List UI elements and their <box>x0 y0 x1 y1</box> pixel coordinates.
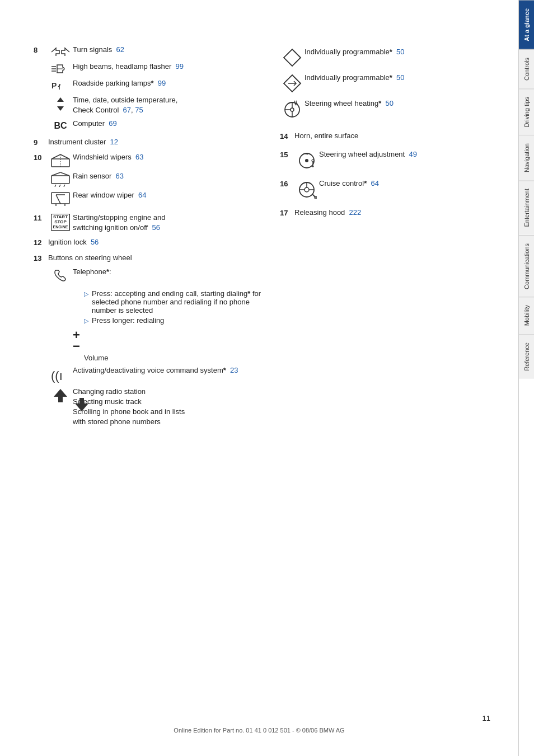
svg-line-18 <box>64 185 65 187</box>
computer-link[interactable]: 69 <box>109 119 116 128</box>
steering-heat-text: Steering wheel heating* 50 <box>305 98 481 109</box>
sidebar-tab-driving-tips[interactable]: Driving tips <box>519 88 534 135</box>
phone-bullet-2: ▷ Press longer: redialing <box>84 316 269 325</box>
section-8: 8 Turn signals 62 <box>34 45 269 133</box>
prog-2-link[interactable]: 50 <box>396 73 404 82</box>
right-column: Individually programmable* 50 <box>269 45 481 417</box>
section-15: 15 Steeri <box>280 149 481 171</box>
sidebar-tab-mobility[interactable]: Mobility <box>519 297 534 334</box>
svg-marker-7 <box>57 97 64 102</box>
releasing-hood-link[interactable]: 222 <box>349 208 362 217</box>
rain-sensor-text: Rain sensor 63 <box>73 171 269 181</box>
wipers-icon <box>48 152 73 168</box>
item-row: Rain sensor 63 <box>34 171 269 187</box>
rain-sensor-link[interactable]: 63 <box>116 172 124 180</box>
sidebar-tab-navigation[interactable]: Navigation <box>519 135 534 180</box>
sidebar-tab-communications[interactable]: Communications <box>519 235 534 297</box>
ignition-lock-link[interactable]: 56 <box>91 238 99 246</box>
plus-icon: + <box>73 329 269 341</box>
sidebar-tab-controls[interactable]: Controls <box>519 49 534 88</box>
high-beams-link[interactable]: 99 <box>176 62 184 71</box>
bc-icon: BC <box>48 119 73 132</box>
prog-1-link[interactable]: 50 <box>396 48 404 56</box>
voice-text: Activating/deactivating voice command sy… <box>73 365 269 375</box>
parking-lamps-link[interactable]: 99 <box>158 79 166 87</box>
svg-rect-26 <box>58 397 63 402</box>
cruise-icon <box>294 179 319 200</box>
cruise-link[interactable]: 64 <box>371 179 379 187</box>
releasing-hood-text: Releasing hood 222 <box>294 208 481 218</box>
page-container: 8 Turn signals 62 <box>0 0 534 756</box>
prog-item-1: Individually programmable* 50 <box>280 47 481 67</box>
instrument-cluster-link[interactable]: 12 <box>110 138 118 146</box>
voice-item: ((ı Activating/deactivating voice comman… <box>48 365 269 383</box>
section-16: 16 <box>280 179 481 200</box>
bullet-triangle-icon-2: ▷ <box>84 316 88 325</box>
svg-point-45 <box>315 196 317 199</box>
svg-line-15 <box>60 172 69 176</box>
spacer <box>34 190 48 191</box>
wipers-text: Windshield wipers 63 <box>73 152 269 162</box>
section-number-17: 17 <box>280 208 294 218</box>
spacer <box>34 95 48 96</box>
steering-adj-icon <box>294 149 319 171</box>
start-stop-label: STARTSTOPENGINE <box>51 214 71 231</box>
temp-link2[interactable]: 75 <box>135 106 143 114</box>
item-row: High beams, headlamp flasher 99 <box>34 62 269 75</box>
cruise-text: Cruise control* 64 <box>319 179 481 189</box>
sidebar-tab-reference[interactable]: Reference <box>519 334 534 379</box>
svg-line-10 <box>51 154 60 159</box>
sidebar-tab-entertainment[interactable]: Entertainment <box>519 180 534 234</box>
svg-rect-19 <box>51 192 69 204</box>
svg-text:P: P <box>51 81 57 90</box>
section-13: 13 Buttons on steering wheel Telephone*: <box>34 253 269 413</box>
steering-heat-icon <box>280 98 305 120</box>
section-10: 10 Windshield wipers 63 <box>34 152 269 208</box>
rain-sensor-icon <box>48 171 73 187</box>
steering-adj-link[interactable]: 49 <box>409 150 416 158</box>
page-number: 11 <box>483 714 490 722</box>
radio-lines-text: Changing radio station Selecting music t… <box>73 387 269 428</box>
steering-adj-text: Steering wheel adjustment 49 <box>319 149 481 159</box>
turn-signals-link[interactable]: 62 <box>116 45 124 54</box>
spacer <box>34 171 48 172</box>
phone-bullet-text-2: Press longer: redialing <box>92 316 164 325</box>
section-number-13: 13 <box>34 253 48 264</box>
parking-lamps-icon: P <box>48 78 73 92</box>
ignition-lock-text: Ignition lock 56 <box>48 237 269 247</box>
section-number-14: 14 <box>280 131 294 142</box>
section-9: 9 Instrument cluster 12 <box>34 137 269 148</box>
svg-marker-8 <box>57 106 64 111</box>
volume-plus: + − <box>73 329 269 353</box>
section-number-8: 8 <box>34 45 48 55</box>
minus-icon: − <box>73 340 269 353</box>
section-17: 17 Releasing hood 222 <box>280 208 481 218</box>
temp-link1[interactable]: 67 <box>123 106 131 114</box>
rear-wiper-link[interactable]: 64 <box>138 191 146 199</box>
steering-heat-link[interactable]: 50 <box>386 99 394 107</box>
wipers-link[interactable]: 63 <box>135 153 143 161</box>
arrow-diamond-icon <box>280 73 305 93</box>
high-beams-icon <box>48 62 73 75</box>
start-stop-link[interactable]: 56 <box>152 223 160 232</box>
main-content: 8 Turn signals 62 <box>0 0 518 756</box>
item-row: Time, date, outside temperature,Check Co… <box>34 95 269 115</box>
svg-rect-28 <box>79 398 84 403</box>
left-column: 8 Turn signals 62 <box>34 45 269 417</box>
horn-text: Horn, entire surface <box>294 131 481 141</box>
svg-point-37 <box>305 159 308 162</box>
volume-text: Volume <box>84 354 269 362</box>
phone-icon <box>48 267 73 286</box>
item-row: BC Computer 69 <box>34 119 269 132</box>
svg-text:((ı: ((ı <box>51 369 63 383</box>
svg-rect-13 <box>51 176 69 184</box>
phone-bullet-text-1: Press: accepting and ending call, starti… <box>92 289 269 314</box>
item-row: 8 Turn signals 62 <box>34 45 269 58</box>
spacer <box>34 62 48 62</box>
voice-icon: ((ı <box>48 365 73 383</box>
sidebar-tab-at-a-glance[interactable]: At a glance <box>519 0 534 49</box>
prog-1-text: Individually programmable* 50 <box>305 47 481 57</box>
spacer <box>34 119 48 119</box>
voice-link[interactable]: 23 <box>230 366 238 374</box>
two-column-layout: 8 Turn signals 62 <box>34 45 507 417</box>
